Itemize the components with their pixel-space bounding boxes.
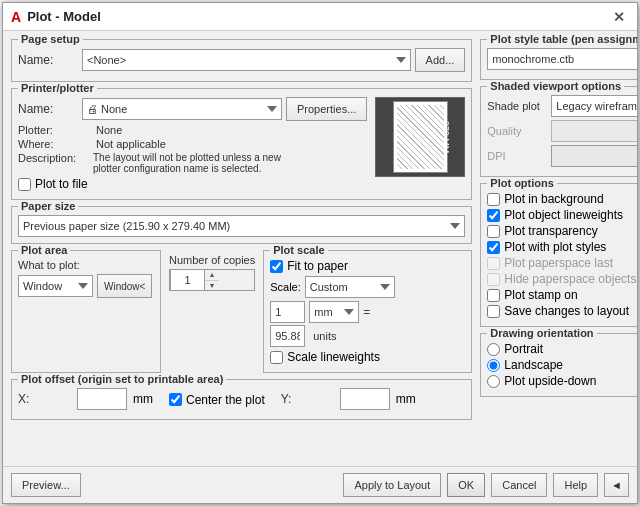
what-to-plot-label: What to plot:: [18, 259, 80, 271]
shaded-viewport-group: Shaded viewport options Shade plot Legac…: [480, 86, 637, 177]
scale-unit2-label: units: [313, 330, 336, 342]
plot-style-table-title: Plot style table (pen assignments): [487, 33, 637, 45]
plot-paperspace-last-checkbox[interactable]: [487, 257, 500, 270]
plot-style-table-select[interactable]: monochrome.ctb: [487, 48, 637, 70]
shade-plot-select[interactable]: Legacy wireframe: [551, 95, 637, 117]
hide-paperspace-objects-checkbox[interactable]: [487, 273, 500, 286]
printer-plotter-group: Printer/plotter Name: 🖨 None Properties.…: [11, 88, 472, 200]
where-value: Not applicable: [96, 138, 166, 150]
x-label: X:: [18, 392, 73, 406]
scale-unit1-select[interactable]: mm: [309, 301, 359, 323]
plot-object-lineweights-checkbox[interactable]: [487, 209, 500, 222]
plot-scale-title: Plot scale: [270, 244, 327, 256]
properties-button[interactable]: Properties...: [286, 97, 367, 121]
plot-in-background-label: Plot in background: [504, 192, 603, 206]
plot-transparency-label: Plot transparency: [504, 224, 597, 238]
fit-to-paper-label: Fit to paper: [287, 259, 348, 273]
plot-style-table-group: Plot style table (pen assignments) monoc…: [480, 39, 637, 80]
plot-with-plot-styles-label: Plot with plot styles: [504, 240, 606, 254]
y-label: Y:: [281, 392, 336, 406]
plotter-label: Plotter:: [18, 124, 93, 136]
plot-to-file-label: Plot to file: [35, 177, 88, 191]
printer-name-select[interactable]: 🖨 None: [82, 98, 282, 120]
save-changes-checkbox[interactable]: [487, 305, 500, 318]
scale-value1-input[interactable]: 1: [270, 301, 305, 323]
preview-button[interactable]: Preview...: [11, 473, 81, 497]
plot-with-plot-styles-checkbox[interactable]: [487, 241, 500, 254]
copies-group: Number of copies 1 ▲ ▼: [169, 250, 255, 373]
landscape-radio[interactable]: [487, 359, 500, 372]
hide-paperspace-objects-label: Hide paperspace objects: [504, 272, 636, 286]
fit-to-paper-checkbox[interactable]: [270, 260, 283, 273]
plot-object-lineweights-label: Plot object lineweights: [504, 208, 623, 222]
plot-options-title: Plot options: [487, 177, 557, 189]
scale-equals: =: [363, 305, 370, 319]
paper-size-select[interactable]: Previous paper size (215.90 x 279.40 MM): [18, 215, 465, 237]
what-to-plot-select[interactable]: Window: [18, 275, 93, 297]
scale-lineweights-label: Scale lineweights: [287, 350, 380, 364]
apply-to-layout-button[interactable]: Apply to Layout: [343, 473, 441, 497]
plot-area-group: Plot area What to plot: Window Window<: [11, 250, 161, 373]
quality-label: Quality: [487, 125, 547, 137]
plot-stamp-on-checkbox[interactable]: [487, 289, 500, 302]
title-bar: A Plot - Model ✕: [3, 3, 637, 31]
cancel-button[interactable]: Cancel: [491, 473, 547, 497]
scale-select[interactable]: Custom: [305, 276, 395, 298]
plotter-value: None: [96, 124, 122, 136]
dialog-body: Page setup Name: <None> Add... Printer/p…: [3, 31, 637, 466]
add-button[interactable]: Add...: [415, 48, 466, 72]
plot-to-file-checkbox[interactable]: [18, 178, 31, 191]
paper-size-title: Paper size: [18, 200, 78, 212]
footer-buttons: Apply to Layout OK Cancel Help ◄: [343, 473, 629, 497]
portrait-label: Portrait: [504, 342, 543, 356]
landscape-label: Landscape: [504, 358, 563, 372]
plot-options-group: Plot options Plot in background Plot obj…: [480, 183, 637, 327]
window-button[interactable]: Window<: [97, 274, 152, 298]
copies-increment[interactable]: ▲: [205, 270, 219, 280]
plot-offset-group: Plot offset (origin set to printable are…: [11, 379, 472, 420]
plot-in-background-checkbox[interactable]: [487, 193, 500, 206]
center-plot-checkbox[interactable]: [169, 393, 182, 406]
plot-upside-down-label: Plot upside-down: [504, 374, 596, 388]
page-setup-name-label: Name:: [18, 53, 78, 67]
copies-decrement[interactable]: ▼: [205, 280, 219, 291]
help-button[interactable]: Help: [553, 473, 598, 497]
ok-button[interactable]: OK: [447, 473, 485, 497]
printer-plotter-title: Printer/plotter: [18, 82, 97, 94]
orientation-options: Portrait Landscape Plot upside-down: [487, 342, 637, 390]
y-unit: mm: [396, 392, 416, 406]
center-plot-label: Center the plot: [186, 393, 265, 407]
x-input[interactable]: 0.00: [77, 388, 127, 410]
page-setup-name-select[interactable]: <None>: [82, 49, 411, 71]
scale-lineweights-checkbox[interactable]: [270, 351, 283, 364]
quality-select[interactable]: [551, 120, 637, 142]
right-panel: Plot style table (pen assignments) monoc…: [480, 39, 637, 458]
portrait-radio[interactable]: [487, 343, 500, 356]
drawing-orientation-title: Drawing orientation: [487, 327, 596, 339]
y-input[interactable]: 7.87: [340, 388, 390, 410]
upside-down-radio[interactable]: [487, 375, 500, 388]
plot-area-title: Plot area: [18, 244, 70, 256]
paper-preview: 216 MM 279 MM: [375, 97, 465, 177]
page-setup-title: Page setup: [18, 33, 83, 45]
preview-dim-right: 279 MM: [441, 121, 451, 154]
close-button[interactable]: ✕: [609, 7, 629, 27]
printer-name-label: Name:: [18, 102, 78, 116]
plot-transparency-checkbox[interactable]: [487, 225, 500, 238]
copies-spinner-buttons: ▲ ▼: [205, 270, 219, 290]
left-panel: Page setup Name: <None> Add... Printer/p…: [11, 39, 472, 458]
scale-value2-input[interactable]: 95.88: [270, 325, 305, 347]
back-button[interactable]: ◄: [604, 473, 629, 497]
dpi-input[interactable]: [551, 145, 637, 167]
footer: Preview... Apply to Layout OK Cancel Hel…: [3, 466, 637, 503]
plot-area-scale-row: Plot area What to plot: Window Window<: [11, 250, 472, 373]
back-icon: ◄: [611, 479, 622, 491]
copies-input[interactable]: 1: [170, 269, 205, 291]
drawing-orientation-group: Drawing orientation Portrait Landscape: [480, 333, 637, 397]
copies-label: Number of copies: [169, 254, 255, 266]
description-label: Description:: [18, 152, 93, 164]
shaded-viewport-title: Shaded viewport options: [487, 80, 624, 92]
plot-scale-group: Plot scale Fit to paper Scale: Custom: [263, 250, 472, 373]
where-label: Where:: [18, 138, 93, 150]
plot-stamp-on-label: Plot stamp on: [504, 288, 577, 302]
